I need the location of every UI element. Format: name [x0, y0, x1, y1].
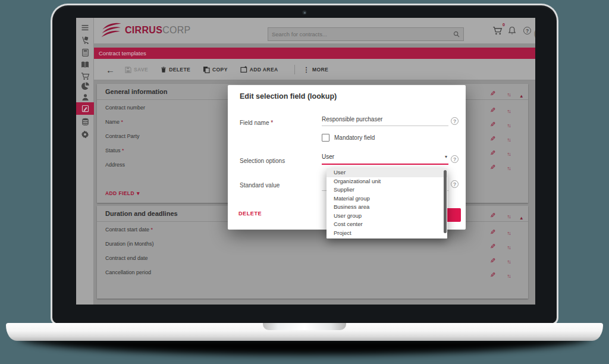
laptop-lid-notch [263, 323, 346, 330]
dropdown-option[interactable]: Business area [327, 203, 447, 212]
copy-button[interactable]: COPY [203, 66, 228, 73]
avatar[interactable] [534, 27, 535, 40]
help-icon[interactable]: ? [523, 27, 531, 34]
toolbar-button-label: DELETE [169, 67, 190, 73]
toolbar-items: SAVEDELETECOPYADD AREA⋮MORE [125, 65, 341, 74]
mandatory-checkbox-label: Mandatory field [334, 134, 375, 141]
webcam-icon [302, 10, 307, 15]
add-area-button[interactable]: ADD AREA [240, 66, 278, 73]
edit-pencil-icon[interactable]: ✎ [490, 226, 495, 237]
sort-icon[interactable]: ↑↓ [507, 227, 511, 237]
sort-icon[interactable]: ↑↓ [507, 210, 511, 221]
field-label: Name * [105, 115, 123, 129]
edit-pencil-icon[interactable]: ✎ [490, 104, 495, 115]
dropdown-option[interactable]: User group [327, 212, 447, 221]
required-marker: * [271, 120, 273, 126]
page-title-bar: Contract templates [94, 48, 535, 59]
toolbar-button-label: COPY [212, 67, 228, 73]
copy-icon [203, 66, 210, 73]
dropdown-option[interactable]: Organizational unit [327, 177, 447, 186]
dropdown-scrollbar[interactable] [444, 170, 447, 233]
dropdown-option[interactable]: Material group [327, 194, 447, 203]
dropdown-option[interactable]: Cost center [327, 220, 447, 229]
sidebar [76, 18, 94, 305]
sidebar-item user-icon[interactable] [76, 91, 94, 103]
toolbar: ← SAVEDELETECOPYADD AREA⋮MORE [94, 59, 535, 80]
page-title: Contract templates [99, 50, 146, 57]
edit-pencil-icon[interactable]: ✎ [490, 133, 495, 143]
dialog-title: Edit selection field (lookup) [240, 92, 337, 101]
dropdown-option[interactable]: Project [327, 229, 447, 238]
required-marker: * [120, 119, 123, 125]
search-input[interactable] [268, 31, 453, 37]
logo-text-secondary: CORP [162, 25, 190, 35]
standard-value-label: Standard value [240, 182, 280, 189]
more-button[interactable]: ⋮MORE [303, 66, 329, 74]
selection-options-label: Selection options [240, 158, 285, 164]
logo[interactable]: CIRRUSCORP [101, 23, 191, 38]
logo-swoosh-icon [101, 23, 123, 38]
selection-options-select[interactable]: User ▾ [322, 153, 448, 165]
sort-icon[interactable]: ↑↓ [507, 148, 511, 158]
selection-options-value: User [322, 153, 334, 160]
sort-icon[interactable]: ↑↓ [507, 241, 511, 252]
edit-pencil-icon[interactable]: ✎ [490, 209, 495, 220]
cart-badge: 0 [503, 23, 505, 27]
sort-icon[interactable]: ↑↓ [507, 105, 511, 115]
sort-icon[interactable]: ↑↓ [507, 119, 511, 130]
help-icon[interactable]: ? [451, 117, 459, 125]
edit-pencil-icon[interactable]: ✎ [490, 161, 495, 172]
field-rows: Contract start date *✎↑↓Duration (in Mon… [97, 222, 528, 280]
field-label: Status * [105, 143, 124, 158]
sidebar-item book-icon[interactable] [76, 58, 94, 71]
edit-pencil-icon[interactable]: ✎ [490, 240, 495, 251]
edit-pencil-icon[interactable]: ✎ [490, 118, 495, 129]
help-icon[interactable]: ? [451, 180, 459, 188]
add-field-button[interactable]: ADD FIELD▾ [105, 190, 140, 196]
save-icon [125, 67, 131, 73]
toolbar-button-label: MORE [312, 67, 328, 73]
search-icon[interactable] [453, 31, 460, 37]
collapse-caret-up-icon[interactable]: ▴ [520, 89, 523, 100]
section-title: Duration and deadlines [105, 206, 178, 222]
sidebar-item database-icon[interactable] [76, 115, 94, 128]
edit-pencil-icon[interactable]: ✎ [490, 147, 495, 158]
dropdown-option[interactable]: Supplier [327, 186, 447, 194]
section-title: General information [105, 84, 168, 100]
edit-pencil-icon[interactable]: ✎ [490, 269, 495, 280]
toolbar-button-label: ADD AREA [250, 67, 278, 73]
collapse-caret-up-icon[interactable]: ▴ [520, 211, 523, 222]
field-label: Address [105, 158, 125, 172]
field-name-input[interactable]: Responsible purchaser [322, 116, 448, 126]
edit-pencil-icon[interactable]: ✎ [490, 255, 495, 265]
dropdown-option[interactable]: User [327, 168, 447, 177]
sort-icon[interactable]: ↑↓ [507, 88, 511, 99]
sidebar-item menu-icon[interactable] [76, 21, 94, 34]
sort-icon[interactable]: ↑↓ [507, 269, 511, 280]
field-row: Cancellation period✎↑↓ [97, 265, 528, 280]
sidebar-item piechart-icon[interactable] [76, 80, 94, 92]
sort-icon[interactable]: ↑↓ [507, 133, 511, 144]
search-box[interactable] [268, 27, 464, 41]
chevron-down-icon: ▾ [445, 154, 447, 159]
back-button[interactable]: ← [106, 65, 120, 75]
toolbar-divider [294, 65, 295, 74]
delete-button[interactable]: DELETE [161, 66, 190, 73]
field-row: Contract end date✎↑↓ [97, 251, 528, 265]
edit-pencil-icon[interactable]: ✎ [490, 87, 495, 98]
bell-icon[interactable] [508, 26, 516, 35]
cart-icon[interactable]: 0 [492, 26, 503, 35]
dropdown-option[interactable]: PSP element [327, 237, 447, 239]
delete-button[interactable]: DELETE [238, 211, 262, 216]
help-icon[interactable]: ? [451, 155, 459, 163]
sidebar-item calculator-icon[interactable] [76, 46, 94, 59]
mandatory-checkbox[interactable] [322, 134, 329, 142]
sidebar-item settings-icon[interactable] [76, 128, 94, 140]
sort-icon[interactable]: ↑↓ [507, 162, 511, 172]
add-area-icon [240, 66, 247, 73]
save-button[interactable]: SAVE [125, 67, 148, 73]
sort-icon[interactable]: ↑↓ [507, 255, 511, 266]
field-label: Contract end date [105, 251, 148, 265]
sidebar-item handtruck-icon[interactable] [76, 34, 94, 46]
sidebar-item edit-document-icon[interactable] [76, 102, 94, 115]
